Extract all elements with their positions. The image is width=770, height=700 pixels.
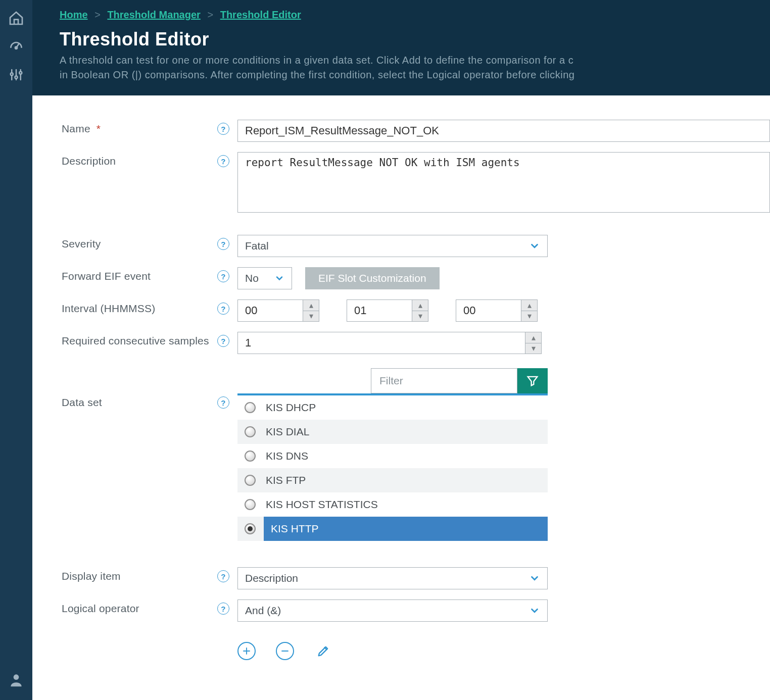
edit-button[interactable] xyxy=(314,642,332,660)
dataset-item[interactable]: KIS DIAL xyxy=(237,420,548,444)
interval-hh-stepper[interactable]: ▴▾ xyxy=(237,299,319,322)
dataset-item[interactable]: KIS DNS xyxy=(237,444,548,468)
chevron-down-icon xyxy=(529,605,540,616)
interval-mm-input[interactable] xyxy=(347,300,412,321)
samples-input[interactable] xyxy=(238,332,525,354)
description-label: Description xyxy=(62,155,116,167)
display-item-select[interactable]: Description xyxy=(237,567,548,589)
dataset-item-label: KIS FTP xyxy=(266,474,306,486)
step-down-icon[interactable]: ▾ xyxy=(412,311,428,322)
eif-label: Forward EIF event xyxy=(62,270,151,282)
help-dataset[interactable]: ? xyxy=(217,396,229,409)
page-title: Threshold Editor xyxy=(60,29,770,50)
add-button[interactable] xyxy=(237,642,256,660)
dataset-label: Data set xyxy=(62,396,102,409)
logical-operator-label: Logical operator xyxy=(62,603,139,615)
severity-select[interactable]: Fatal xyxy=(237,235,548,257)
form-content: Name * ? Description ? report ResultMess… xyxy=(32,95,770,700)
dataset-item-label: KIS HTTP xyxy=(271,523,319,535)
user-icon[interactable] xyxy=(5,669,27,691)
svg-point-3 xyxy=(19,72,22,74)
svg-point-0 xyxy=(15,47,17,49)
chevron-down-icon xyxy=(274,273,284,283)
sliders-icon[interactable] xyxy=(5,64,27,86)
interval-ss-input[interactable] xyxy=(456,300,521,321)
svg-point-4 xyxy=(14,674,19,680)
step-down-icon[interactable]: ▾ xyxy=(521,311,537,322)
chevron-down-icon xyxy=(529,573,540,584)
dataset-listbox: KIS DHCPKIS DIALKIS DNSKIS FTPKIS HOST S… xyxy=(237,393,548,557)
svg-point-1 xyxy=(11,73,13,75)
breadcrumb-threshold-manager[interactable]: Threshold Manager xyxy=(107,9,200,20)
dashboard-icon[interactable] xyxy=(5,35,27,58)
help-display-item[interactable]: ? xyxy=(217,570,229,582)
dataset-item[interactable]: KIS FTP xyxy=(237,468,548,492)
dataset-item[interactable]: KIS HOST STATISTICS xyxy=(237,492,548,517)
svg-point-2 xyxy=(15,76,18,79)
page-description: A threshold can test for one or more con… xyxy=(60,53,770,82)
remove-button[interactable] xyxy=(276,642,294,660)
breadcrumb-threshold-editor[interactable]: Threshold Editor xyxy=(220,9,301,20)
dataset-item[interactable]: KIS HTTP xyxy=(237,517,548,541)
logical-operator-select[interactable]: And (&) xyxy=(237,599,548,622)
dataset-item-label: KIS DNS xyxy=(266,450,308,462)
radio-icon xyxy=(245,499,256,510)
radio-icon xyxy=(245,523,256,534)
help-interval[interactable]: ? xyxy=(217,303,229,315)
interval-label: Interval (HHMMSS) xyxy=(62,303,155,315)
step-down-icon[interactable]: ▾ xyxy=(303,311,319,322)
page-header: Home > Threshold Manager > Threshold Edi… xyxy=(32,0,770,95)
eif-slot-customization-button: EIF Slot Customization xyxy=(305,267,440,289)
help-description[interactable]: ? xyxy=(217,155,229,167)
radio-icon xyxy=(245,451,256,462)
radio-icon xyxy=(245,402,256,413)
step-down-icon[interactable]: ▾ xyxy=(525,343,541,354)
help-name[interactable]: ? xyxy=(217,123,229,135)
step-up-icon[interactable]: ▴ xyxy=(303,300,319,311)
interval-mm-stepper[interactable]: ▴▾ xyxy=(347,299,428,322)
dataset-item-label: KIS HOST STATISTICS xyxy=(266,498,378,511)
severity-label: Severity xyxy=(62,238,101,250)
dataset-filter-input[interactable] xyxy=(371,368,517,393)
dataset-item[interactable]: KIS DHCP xyxy=(237,395,548,420)
breadcrumb: Home > Threshold Manager > Threshold Edi… xyxy=(60,9,770,21)
help-samples[interactable]: ? xyxy=(217,335,229,347)
samples-label: Required consecutive samples xyxy=(62,335,209,347)
chevron-down-icon xyxy=(529,240,540,252)
interval-hh-input[interactable] xyxy=(238,300,303,321)
help-logical-operator[interactable]: ? xyxy=(217,603,229,615)
samples-stepper[interactable]: ▴▾ xyxy=(237,332,542,354)
step-up-icon[interactable]: ▴ xyxy=(521,300,537,311)
eif-select[interactable]: No xyxy=(237,267,292,289)
radio-icon xyxy=(245,426,256,437)
display-item-label: Display item xyxy=(62,570,121,582)
radio-icon xyxy=(245,475,256,486)
help-eif[interactable]: ? xyxy=(217,270,229,282)
step-up-icon[interactable]: ▴ xyxy=(525,332,541,343)
name-input[interactable] xyxy=(237,120,770,142)
navigation-rail xyxy=(0,0,32,700)
step-up-icon[interactable]: ▴ xyxy=(412,300,428,311)
required-asterisk: * xyxy=(97,123,101,135)
home-icon[interactable] xyxy=(5,7,27,29)
description-input[interactable]: report ResultMessage NOT OK with ISM age… xyxy=(237,152,770,213)
interval-ss-stepper[interactable]: ▴▾ xyxy=(456,299,538,322)
help-severity[interactable]: ? xyxy=(217,238,229,250)
dataset-item-label: KIS DIAL xyxy=(266,426,309,438)
dataset-item-label: KIS DHCP xyxy=(266,402,316,414)
filter-icon[interactable] xyxy=(517,368,548,393)
name-label: Name xyxy=(62,123,90,135)
breadcrumb-home[interactable]: Home xyxy=(60,9,88,20)
